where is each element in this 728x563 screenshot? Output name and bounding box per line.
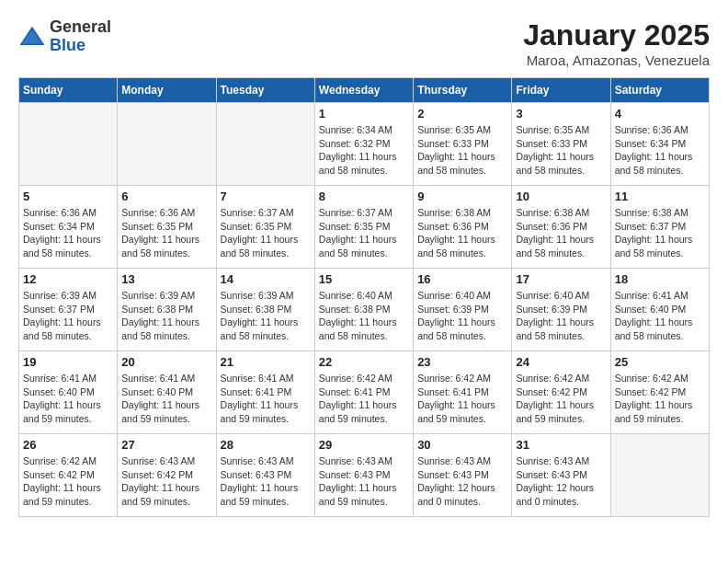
day-number: 18 (615, 272, 705, 286)
day-number: 31 (516, 438, 606, 452)
weekday-header: Tuesday (216, 78, 314, 103)
day-number: 26 (23, 438, 113, 452)
logo-general: General (50, 18, 111, 37)
day-number: 21 (221, 355, 311, 369)
day-info: Sunrise: 6:38 AM Sunset: 6:36 PM Dayligh… (417, 206, 507, 260)
day-info: Sunrise: 6:37 AM Sunset: 6:35 PM Dayligh… (319, 206, 409, 260)
day-info: Sunrise: 6:40 AM Sunset: 6:38 PM Dayligh… (319, 289, 409, 343)
day-number: 14 (221, 272, 311, 286)
day-info: Sunrise: 6:43 AM Sunset: 6:42 PM Dayligh… (121, 454, 211, 509)
day-info: Sunrise: 6:36 AM Sunset: 6:34 PM Dayligh… (615, 123, 705, 178)
day-info: Sunrise: 6:38 AM Sunset: 6:37 PM Dayligh… (615, 206, 705, 260)
day-info: Sunrise: 6:36 AM Sunset: 6:34 PM Dayligh… (23, 206, 113, 260)
week-row: 26Sunrise: 6:42 AM Sunset: 6:42 PM Dayli… (19, 434, 710, 517)
calendar-cell: 1Sunrise: 6:34 AM Sunset: 6:32 PM Daylig… (314, 103, 413, 186)
weekday-header: Friday (512, 78, 610, 103)
week-row: 12Sunrise: 6:39 AM Sunset: 6:37 PM Dayli… (19, 269, 710, 351)
day-number: 2 (417, 107, 507, 121)
day-number: 20 (121, 355, 211, 369)
calendar-cell: 28Sunrise: 6:43 AM Sunset: 6:43 PM Dayli… (216, 434, 314, 517)
calendar-table: SundayMondayTuesdayWednesdayThursdayFrid… (18, 77, 710, 517)
logo-blue: Blue (50, 37, 111, 55)
calendar-cell: 26Sunrise: 6:42 AM Sunset: 6:42 PM Dayli… (19, 434, 118, 517)
calendar-cell: 27Sunrise: 6:43 AM Sunset: 6:42 PM Dayli… (118, 434, 216, 517)
title-area: January 2025 Maroa, Amazonas, Venezuela (523, 18, 710, 68)
calendar-cell (610, 434, 709, 517)
day-info: Sunrise: 6:34 AM Sunset: 6:32 PM Dayligh… (319, 123, 409, 178)
day-info: Sunrise: 6:41 AM Sunset: 6:41 PM Dayligh… (221, 372, 311, 426)
day-info: Sunrise: 6:42 AM Sunset: 6:42 PM Dayligh… (516, 372, 606, 426)
day-info: Sunrise: 6:43 AM Sunset: 6:43 PM Dayligh… (221, 454, 311, 509)
calendar-cell: 9Sunrise: 6:38 AM Sunset: 6:36 PM Daylig… (414, 186, 512, 269)
calendar-cell: 24Sunrise: 6:42 AM Sunset: 6:42 PM Dayli… (512, 351, 610, 434)
calendar-cell: 30Sunrise: 6:43 AM Sunset: 6:43 PM Dayli… (414, 434, 512, 517)
calendar-cell: 25Sunrise: 6:42 AM Sunset: 6:42 PM Dayli… (610, 351, 709, 434)
day-number: 28 (221, 438, 311, 452)
calendar-cell: 18Sunrise: 6:41 AM Sunset: 6:40 PM Dayli… (610, 269, 709, 351)
day-number: 17 (516, 272, 606, 286)
calendar-cell: 5Sunrise: 6:36 AM Sunset: 6:34 PM Daylig… (19, 186, 118, 269)
calendar-cell: 31Sunrise: 6:43 AM Sunset: 6:43 PM Dayli… (512, 434, 610, 517)
day-number: 11 (615, 190, 705, 203)
logo-text: General Blue (50, 18, 111, 55)
calendar-cell: 23Sunrise: 6:42 AM Sunset: 6:41 PM Dayli… (414, 351, 512, 434)
day-number: 9 (417, 190, 507, 203)
calendar-cell: 16Sunrise: 6:40 AM Sunset: 6:39 PM Dayli… (414, 269, 512, 351)
day-number: 23 (417, 355, 507, 369)
day-info: Sunrise: 6:37 AM Sunset: 6:35 PM Dayligh… (221, 206, 311, 260)
svg-marker-1 (22, 29, 43, 43)
location-subtitle: Maroa, Amazonas, Venezuela (523, 52, 710, 68)
day-info: Sunrise: 6:39 AM Sunset: 6:38 PM Dayligh… (221, 289, 311, 343)
day-number: 7 (221, 190, 311, 203)
day-info: Sunrise: 6:42 AM Sunset: 6:41 PM Dayligh… (319, 372, 409, 426)
day-number: 30 (417, 438, 507, 452)
page-header: General Blue January 2025 Maroa, Amazona… (18, 18, 710, 68)
day-info: Sunrise: 6:41 AM Sunset: 6:40 PM Dayligh… (121, 372, 211, 426)
day-number: 25 (615, 355, 705, 369)
calendar-cell: 3Sunrise: 6:35 AM Sunset: 6:33 PM Daylig… (512, 103, 610, 186)
weekday-header: Monday (118, 78, 216, 103)
logo-icon (18, 23, 46, 51)
calendar-cell: 4Sunrise: 6:36 AM Sunset: 6:34 PM Daylig… (610, 103, 709, 186)
calendar-cell: 17Sunrise: 6:40 AM Sunset: 6:39 PM Dayli… (512, 269, 610, 351)
day-number: 1 (319, 107, 409, 121)
logo: General Blue (18, 18, 111, 55)
month-title: January 2025 (523, 18, 710, 52)
calendar-cell: 29Sunrise: 6:43 AM Sunset: 6:43 PM Dayli… (314, 434, 413, 517)
day-info: Sunrise: 6:35 AM Sunset: 6:33 PM Dayligh… (417, 123, 507, 178)
day-number: 16 (417, 272, 507, 286)
day-number: 4 (615, 107, 705, 121)
day-number: 27 (121, 438, 211, 452)
day-info: Sunrise: 6:39 AM Sunset: 6:38 PM Dayligh… (121, 289, 211, 343)
day-info: Sunrise: 6:38 AM Sunset: 6:36 PM Dayligh… (516, 206, 606, 260)
day-info: Sunrise: 6:39 AM Sunset: 6:37 PM Dayligh… (23, 289, 113, 343)
day-info: Sunrise: 6:43 AM Sunset: 6:43 PM Dayligh… (516, 454, 606, 509)
calendar-cell (118, 103, 216, 186)
day-number: 5 (23, 190, 113, 203)
day-info: Sunrise: 6:43 AM Sunset: 6:43 PM Dayligh… (417, 454, 507, 509)
calendar-cell: 6Sunrise: 6:36 AM Sunset: 6:35 PM Daylig… (118, 186, 216, 269)
weekday-header-row: SundayMondayTuesdayWednesdayThursdayFrid… (19, 78, 710, 103)
calendar-cell: 19Sunrise: 6:41 AM Sunset: 6:40 PM Dayli… (19, 351, 118, 434)
calendar-cell: 15Sunrise: 6:40 AM Sunset: 6:38 PM Dayli… (314, 269, 413, 351)
day-number: 8 (319, 190, 409, 203)
day-number: 24 (516, 355, 606, 369)
day-info: Sunrise: 6:35 AM Sunset: 6:33 PM Dayligh… (516, 123, 606, 178)
calendar-cell: 8Sunrise: 6:37 AM Sunset: 6:35 PM Daylig… (314, 186, 413, 269)
day-info: Sunrise: 6:41 AM Sunset: 6:40 PM Dayligh… (23, 372, 113, 426)
week-row: 19Sunrise: 6:41 AM Sunset: 6:40 PM Dayli… (19, 351, 710, 434)
day-number: 3 (516, 107, 606, 121)
day-info: Sunrise: 6:42 AM Sunset: 6:42 PM Dayligh… (615, 372, 705, 426)
day-number: 19 (23, 355, 113, 369)
calendar-cell: 20Sunrise: 6:41 AM Sunset: 6:40 PM Dayli… (118, 351, 216, 434)
day-number: 29 (319, 438, 409, 452)
calendar-cell: 13Sunrise: 6:39 AM Sunset: 6:38 PM Dayli… (118, 269, 216, 351)
day-info: Sunrise: 6:40 AM Sunset: 6:39 PM Dayligh… (516, 289, 606, 343)
day-info: Sunrise: 6:43 AM Sunset: 6:43 PM Dayligh… (319, 454, 409, 509)
calendar-cell (216, 103, 314, 186)
day-number: 10 (516, 190, 606, 203)
week-row: 5Sunrise: 6:36 AM Sunset: 6:34 PM Daylig… (19, 186, 710, 269)
calendar-cell: 21Sunrise: 6:41 AM Sunset: 6:41 PM Dayli… (216, 351, 314, 434)
day-info: Sunrise: 6:40 AM Sunset: 6:39 PM Dayligh… (417, 289, 507, 343)
day-number: 13 (121, 272, 211, 286)
